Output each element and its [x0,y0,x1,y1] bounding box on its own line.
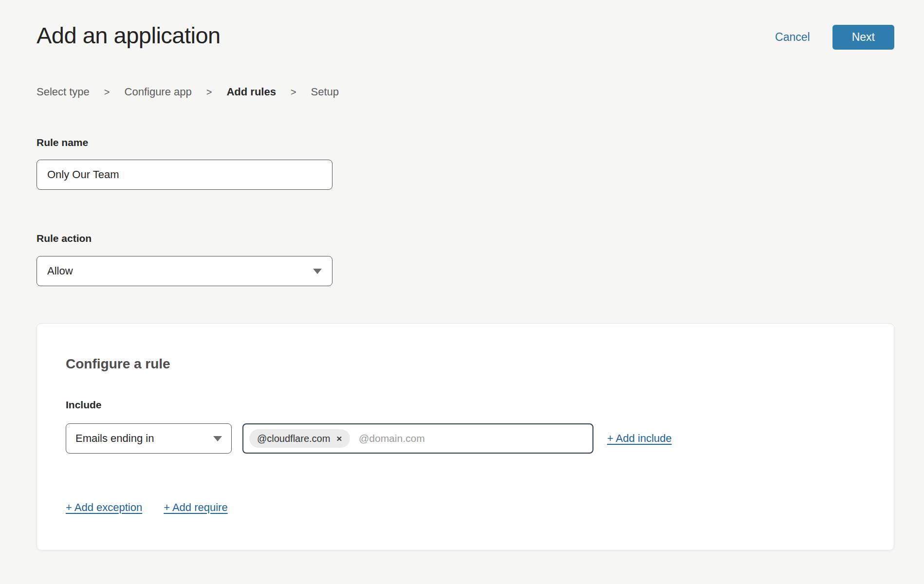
add-exception-link[interactable]: + Add exception [66,501,142,514]
include-label: Include [66,399,894,411]
rule-extra-links: + Add exception + Add require [66,501,894,514]
breadcrumb-separator: > [291,87,296,98]
include-rule-row: Emails ending in @cloudflare.com ✕ + Add… [66,423,894,454]
email-domain-tag: @cloudflare.com ✕ [249,429,350,448]
breadcrumb-step-select-type[interactable]: Select type [37,86,90,98]
add-application-page: Add an application Cancel Next Select ty… [0,0,924,584]
configure-rule-title: Configure a rule [66,356,894,372]
rule-action-label: Rule action [37,233,894,244]
chevron-down-icon [213,436,222,441]
remove-tag-icon[interactable]: ✕ [336,435,342,442]
email-domain-input[interactable] [359,433,587,444]
rule-name-label: Rule name [37,137,894,148]
breadcrumb: Select type > Configure app > Add rules … [37,86,894,98]
breadcrumb-step-add-rules: Add rules [226,86,276,98]
rule-name-input[interactable] [37,160,333,190]
configure-rule-card: Configure a rule Include Emails ending i… [37,323,894,550]
cancel-button[interactable]: Cancel [775,31,810,44]
breadcrumb-separator: > [104,87,110,98]
add-include-link[interactable]: + Add include [607,432,672,445]
page-title: Add an application [37,22,221,49]
page-header: Add an application Cancel Next [37,22,894,50]
include-selector-select[interactable]: Emails ending in [66,423,232,454]
breadcrumb-step-setup[interactable]: Setup [311,86,339,98]
include-selector-value: Emails ending in [75,432,154,445]
breadcrumb-step-configure-app[interactable]: Configure app [125,86,192,98]
rule-action-select[interactable]: Allow [37,256,333,286]
chevron-down-icon [313,269,322,274]
next-button[interactable]: Next [832,25,894,50]
header-actions: Cancel Next [775,25,894,50]
rule-action-selected-value: Allow [47,265,73,277]
email-domain-tag-value: @cloudflare.com [257,433,330,444]
add-require-link[interactable]: + Add require [164,501,227,514]
breadcrumb-separator: > [206,87,212,98]
include-value-tag-input[interactable]: @cloudflare.com ✕ [242,423,593,454]
